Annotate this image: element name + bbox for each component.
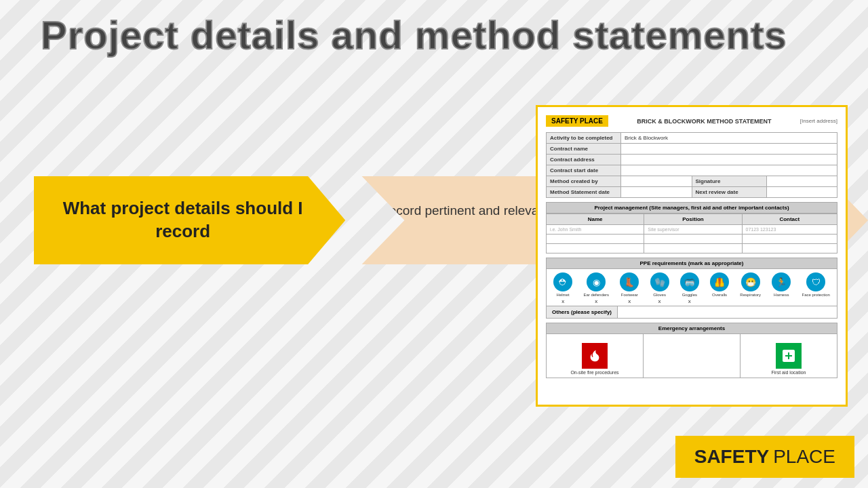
- mgmt-table: Name Position Contact i.e. John Smith Si…: [546, 214, 837, 253]
- table-row: Contract name: [547, 144, 837, 155]
- ppe-others-label: Others (please specify): [547, 306, 618, 318]
- fire-icon: [582, 343, 608, 369]
- ppe-label: Harness: [774, 293, 789, 297]
- col-contact: Contact: [742, 214, 837, 225]
- field-value: [766, 187, 837, 198]
- question-text: What project details should I record: [54, 197, 311, 243]
- mgmt-section: Project management (Site managers, first…: [546, 202, 837, 253]
- goggles-icon: 🥽: [680, 272, 699, 291]
- logo-place-text: PLACE: [773, 446, 835, 468]
- field-value: [621, 144, 837, 155]
- ppe-gloves: 🧤 Gloves x: [650, 272, 669, 304]
- ppe-label: Helmet: [557, 293, 570, 297]
- ppe-face-protection: 🛡 Face protection: [802, 272, 830, 304]
- field-label: Contract name: [547, 144, 621, 155]
- col-name: Name: [547, 214, 644, 225]
- ppe-others-value: [618, 306, 837, 318]
- col-position: Position: [644, 214, 742, 225]
- harness-icon: 🏃: [772, 272, 791, 291]
- ppe-overalls: 🦺 Overalls: [710, 272, 729, 304]
- ppe-footwear: 👢 Footwear x: [620, 272, 639, 304]
- ppe-label: Footwear: [621, 293, 638, 297]
- firstaid-cell: First aid location: [741, 334, 837, 378]
- ppe-respiratory: 😷 Respiratory: [740, 272, 761, 304]
- field-label: Contract address: [547, 155, 621, 165]
- doc-address: [Insert address]: [800, 118, 837, 124]
- safety-badge: SAFETY PLACE: [546, 115, 608, 127]
- gloves-icon: 🧤: [650, 272, 669, 291]
- ppe-mark: x: [628, 298, 631, 304]
- field-label: Activity to be completed: [547, 133, 621, 144]
- field-label: Contract start date: [547, 165, 621, 176]
- logo-safety-text: SAFETY: [694, 446, 769, 468]
- table-row: Method Statement date Next review date: [547, 187, 837, 198]
- doc-header: SAFETY PLACE BRICK & BLOCKWORK METHOD ST…: [546, 115, 837, 127]
- emergency-section-header: Emergency arrangements: [546, 323, 837, 334]
- ppe-others-row: Others (please specify): [546, 306, 837, 319]
- field-value: [621, 155, 837, 165]
- ppe-ear-defenders: ◉ Ear defenders x: [583, 272, 609, 304]
- project-details-table: Activity to be completed Brick & Blockwo…: [546, 132, 837, 198]
- field-value: [621, 176, 692, 187]
- ppe-label: Ear defenders: [583, 293, 609, 297]
- firstaid-icon: [776, 343, 802, 369]
- mgmt-section-header: Project management (Site managers, first…: [546, 202, 837, 214]
- cell-name: [547, 244, 644, 253]
- ppe-label: Overalls: [712, 293, 727, 297]
- ppe-mark: x: [658, 298, 661, 304]
- table-row: Method created by Signature: [547, 176, 837, 187]
- overalls-icon: 🦺: [710, 272, 729, 291]
- face-protection-icon: 🛡: [806, 272, 825, 291]
- cell-position: [644, 235, 742, 244]
- ppe-helmet: ⛑ Helmet x: [553, 272, 572, 304]
- table-row: Contract address: [547, 155, 837, 165]
- page-title: Project details and method statements: [41, 12, 827, 58]
- table-row: Contract start date: [547, 165, 837, 176]
- ppe-label: Goggles: [682, 293, 697, 297]
- fire-procedures-cell: On-site fire procedures: [547, 334, 644, 378]
- field-label: Method created by: [547, 176, 621, 187]
- firstaid-label: First aid location: [772, 370, 806, 375]
- helmet-icon: ⛑: [553, 272, 572, 291]
- table-header-row: Name Position Contact: [547, 214, 837, 225]
- ppe-icons-row: ⛑ Helmet x ◉ Ear defenders x 👢 Footwear …: [546, 269, 837, 306]
- ppe-label: Face protection: [802, 293, 830, 297]
- ppe-goggles: 🥽 Goggles x: [680, 272, 699, 304]
- field-value: [621, 187, 692, 198]
- table-row: [547, 235, 837, 244]
- ppe-label: Respiratory: [740, 293, 761, 297]
- cell-contact: 07123 123123: [742, 225, 837, 235]
- emergency-row: On-site fire procedures First aid locati…: [546, 334, 837, 378]
- main-content: Project details and method statements Wh…: [0, 0, 868, 488]
- field-label: Signature: [692, 176, 766, 187]
- cell-position: Site supervisor: [644, 225, 742, 235]
- field-label: Next review date: [692, 187, 766, 198]
- field-value: [766, 176, 837, 187]
- ear-defenders-icon: ◉: [587, 272, 606, 291]
- fire-label: On-site fire procedures: [570, 370, 618, 375]
- ppe-mark: x: [595, 298, 597, 304]
- empty-emergency-cell: [644, 334, 741, 378]
- field-value: [621, 165, 837, 176]
- cell-contact: [742, 235, 837, 244]
- cell-contact: [742, 244, 837, 253]
- field-value: Brick & Blockwork: [621, 133, 837, 144]
- cell-name: i.e. John Smith: [547, 225, 644, 235]
- table-row: i.e. John Smith Site supervisor 07123 12…: [547, 225, 837, 235]
- ppe-section: PPE requirements (mark as appropriate) ⛑…: [546, 258, 837, 319]
- emergency-section: Emergency arrangements On-site fire proc…: [546, 323, 837, 378]
- ppe-harness: 🏃 Harness: [772, 272, 791, 304]
- respiratory-icon: 😷: [741, 272, 760, 291]
- cell-position: [644, 244, 742, 253]
- ppe-label: Gloves: [653, 293, 666, 297]
- ppe-mark: x: [561, 298, 564, 304]
- safety-place-logo: SAFETY PLACE: [675, 436, 854, 478]
- footwear-icon: 👢: [620, 272, 639, 291]
- cell-name: [547, 235, 644, 244]
- question-arrow: What project details should I record: [34, 176, 345, 264]
- document-panel: SAFETY PLACE BRICK & BLOCKWORK METHOD ST…: [536, 105, 848, 407]
- ppe-section-header: PPE requirements (mark as appropriate): [546, 258, 837, 269]
- field-label: Method Statement date: [547, 187, 621, 198]
- ppe-mark: x: [688, 298, 691, 304]
- table-row: [547, 244, 837, 253]
